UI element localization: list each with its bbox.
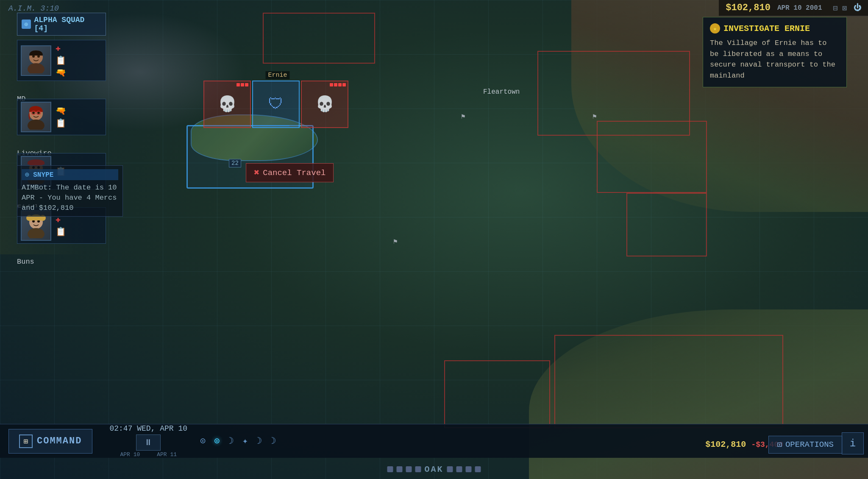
top-bar: $102,810 APR 10 2001 ⊟ ⊠ ⏻ xyxy=(719,0,868,16)
oak-pip-5 xyxy=(447,466,453,472)
oak-label: OAK xyxy=(424,465,443,474)
oak-pip-1 xyxy=(387,466,393,472)
svg-point-1 xyxy=(28,63,45,73)
oak-pip-2 xyxy=(396,466,402,472)
pause-button[interactable]: ⏸ xyxy=(136,434,161,451)
territory-south2 xyxy=(444,360,550,428)
command-icon: ⊞ xyxy=(19,434,33,448)
speed-icon-1[interactable]: ⊙ xyxy=(198,433,208,449)
merc-livewire-card[interactable]: 🔫 📋 xyxy=(17,99,106,135)
merc-buns-name: Buns xyxy=(17,258,34,266)
enemy-tile-1[interactable]: 💀 xyxy=(203,81,251,128)
oak-pip-6 xyxy=(456,466,462,472)
cancel-travel-label: Cancel Travel xyxy=(263,168,326,178)
squad-name: ALPHA SQUAD [4] xyxy=(34,16,101,33)
speed-moon-3[interactable]: ☽ xyxy=(268,433,278,449)
speed-controls: ⊙ ⊙ ☽ ✦ ☽ ☽ xyxy=(198,433,279,449)
squad-icon: ⊕ xyxy=(22,19,31,29)
command-button[interactable]: ⊞ COMMAND xyxy=(8,429,92,454)
speed-moon-1[interactable]: ☽ xyxy=(226,433,236,449)
date-display: APR 10 2001 xyxy=(777,4,822,12)
operations-label: OPERATIONS xyxy=(785,440,834,449)
ernie-area: Ernie 💀 🛡 💀 xyxy=(203,81,352,174)
livewire-weapon-icon: 🔫 xyxy=(56,106,66,116)
flag-icon-3: ⚑ xyxy=(593,112,597,121)
md-weapon-icon: 🔫 xyxy=(56,67,66,78)
screen-controls: ⊟ ⊠ xyxy=(833,3,847,13)
merc-md[interactable]: ✚ 📋 🔫 MD xyxy=(17,40,106,94)
enemy-tile-2[interactable]: 💀 xyxy=(301,81,348,128)
buns-item-icon: 📋 xyxy=(56,226,66,237)
shield-icon: 🛡 xyxy=(268,95,284,114)
game-title: A.I.M. 3:10 xyxy=(8,4,59,13)
md-health-icon: ✚ xyxy=(56,43,66,53)
operations-icon: ⊡ xyxy=(777,440,782,450)
oak-bar: OAK xyxy=(387,460,481,479)
svg-rect-16 xyxy=(28,163,45,164)
merc-md-card[interactable]: ✚ 📋 🔫 xyxy=(17,40,106,81)
territory-south1 xyxy=(554,335,783,428)
time-display: 02:47 WED, APR 10 xyxy=(109,424,187,433)
info-icon: i xyxy=(850,438,856,449)
speed-star-1[interactable]: ✦ xyxy=(240,433,250,449)
left-panel: ⊕ ALPHA SQUAD [4] ✚ � xyxy=(17,13,106,256)
merc-md-icons: ✚ 📋 🔫 xyxy=(56,43,66,78)
time-buttons: ⏸ xyxy=(136,434,161,451)
command-label: COMMAND xyxy=(37,436,82,446)
oak-pip-3 xyxy=(406,466,412,472)
quest-panel: ★ INVESTIGATE ERNIE The Village of Ernie… xyxy=(703,17,847,87)
money-amount: $102,810 xyxy=(726,3,771,13)
fleartown-label: Fleartown xyxy=(483,88,520,96)
speed-moon-2[interactable]: ☽ xyxy=(254,433,264,449)
territory-east2 xyxy=(626,193,707,256)
ernie-location-label: Ernie xyxy=(265,71,289,79)
aimbot-header: ⊕ SNYPE xyxy=(22,169,118,180)
merc-livewire[interactable]: 🔫 📋 Livewire xyxy=(17,99,106,148)
skull-icon-2: 💀 xyxy=(315,95,334,114)
operations-button[interactable]: ⊡ OPERATIONS xyxy=(768,436,843,454)
merc-buns-icons: ✚ 📋 xyxy=(56,214,66,237)
cancel-icon: ✖ xyxy=(254,167,259,178)
oak-pip-7 xyxy=(466,466,472,472)
quest-title: ★ INVESTIGATE ERNIE xyxy=(710,23,840,33)
oak-pip-8 xyxy=(475,466,481,472)
speed-icon-active[interactable]: ⊙ xyxy=(211,433,222,449)
time-controls: 02:47 WED, APR 10 ⏸ APR 10 APR 11 xyxy=(109,424,187,458)
flag-icon-1: ⚑ xyxy=(461,112,465,121)
selected-tile[interactable]: 🛡 xyxy=(252,81,300,128)
aimbot-chat: ⊕ SNYPE AIMBot: The date is 10 APR - You… xyxy=(17,165,123,217)
power-btn[interactable]: ⏻ xyxy=(854,3,861,12)
sector-number: 22 xyxy=(229,159,241,167)
cancel-travel-button[interactable]: ✖ Cancel Travel xyxy=(246,163,334,182)
time-labels: APR 10 APR 11 xyxy=(120,451,177,458)
flag-icon-2: ⚑ xyxy=(393,237,398,246)
squad-badge xyxy=(289,125,298,126)
territory-north xyxy=(263,13,375,64)
merc-md-portrait xyxy=(21,45,51,76)
squad-header: ⊕ ALPHA SQUAD [4] xyxy=(17,13,106,36)
md-item-icon: 📋 xyxy=(56,55,66,66)
livewire-item-icon: 📋 xyxy=(56,118,66,128)
info-button[interactable]: i xyxy=(842,432,864,454)
skull-icon-1: 💀 xyxy=(218,95,237,114)
quest-icon: ★ xyxy=(710,23,720,33)
territory-east1 xyxy=(597,121,707,193)
merc-livewire-icons: 🔫 📋 xyxy=(56,106,66,128)
quest-description: The Village of Ernie has to be liberated… xyxy=(710,38,840,81)
merc-livewire-portrait xyxy=(21,102,51,132)
svg-point-5 xyxy=(28,120,45,130)
oak-pip-4 xyxy=(415,466,421,472)
svg-point-18 xyxy=(28,228,45,238)
aimbot-message: AIMBot: The date is 10 APR - You have 4 … xyxy=(22,183,118,213)
